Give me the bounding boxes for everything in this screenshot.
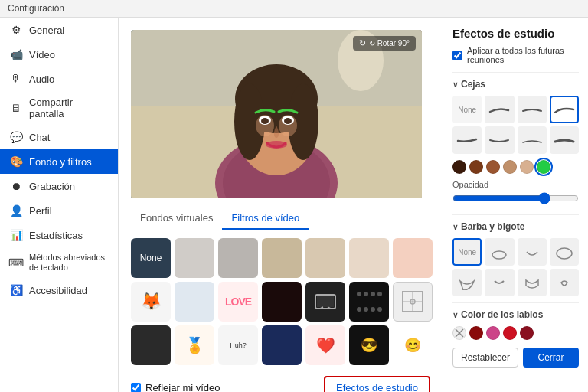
beard-option-7[interactable]	[550, 269, 579, 296]
sidebar-item-accessibility[interactable]: ♿ Accesibilidad	[0, 278, 118, 302]
close-button[interactable]: Cerrar	[523, 348, 579, 368]
reset-label: Restablecer	[461, 352, 510, 363]
tab-video-filters[interactable]: Filtros de vídeo	[222, 207, 309, 230]
lip-pink[interactable]	[486, 326, 500, 340]
section-label: Color de los labios	[461, 309, 543, 320]
filter-item[interactable]: 😊	[393, 325, 433, 365]
brow-option-6[interactable]	[518, 126, 547, 154]
mirror-checkbox[interactable]	[131, 383, 141, 392]
lips-section-header[interactable]: ∨ Color de los labios	[452, 309, 579, 320]
filter-item[interactable]: Huh?	[218, 325, 258, 365]
beard-option-3[interactable]	[550, 238, 579, 266]
color-green[interactable]	[537, 160, 550, 174]
brow-option-3[interactable]	[550, 96, 579, 123]
filter-item[interactable]	[349, 282, 389, 322]
chat-icon: 💬	[9, 130, 23, 144]
record-icon: ⏺	[9, 179, 23, 193]
reset-button[interactable]: Restablecer	[452, 348, 518, 368]
filters-grid: None 🦊 LOVE	[131, 238, 430, 365]
filter-item[interactable]	[262, 325, 302, 365]
bottom-bar: Reflejar mi vídeo Efectos de estudio	[131, 373, 430, 392]
beard-option-6[interactable]	[518, 269, 547, 296]
right-panel: Efectos de estudio Aplicar a todas las f…	[443, 18, 588, 392]
title-bar: Configuración	[0, 0, 588, 18]
filter-item[interactable]: 🦊	[131, 282, 171, 322]
svg-point-15	[284, 118, 292, 124]
filter-item[interactable]	[262, 238, 302, 278]
filter-item[interactable]	[393, 238, 433, 278]
sidebar-item-background[interactable]: 🎨 Fondo y filtros	[0, 149, 118, 174]
beard-option-4[interactable]	[452, 269, 482, 296]
lip-dark-red[interactable]	[469, 326, 483, 340]
filter-item[interactable]	[218, 238, 258, 278]
background-icon: 🎨	[9, 155, 23, 168]
eyebrow-options: None	[452, 96, 579, 154]
opacity-slider[interactable]	[452, 192, 579, 204]
filter-item[interactable]	[131, 325, 171, 365]
opacity-label: Opacidad	[452, 180, 579, 189]
brow-option-2[interactable]	[518, 96, 547, 123]
brow-option-7[interactable]	[550, 126, 579, 154]
sidebar-item-label: Chat	[29, 132, 50, 143]
keyboard-icon: ⌨	[9, 256, 23, 270]
sidebar-item-label: Compartir pantalla	[29, 96, 109, 119]
sidebar-item-chat[interactable]: 💬 Chat	[0, 125, 118, 149]
sidebar-item-general[interactable]: ⚙ General	[0, 18, 118, 42]
lip-red[interactable]	[503, 326, 517, 340]
divider	[452, 302, 579, 303]
beard-option-2[interactable]	[518, 238, 547, 266]
filter-item[interactable]	[175, 238, 214, 278]
filter-item[interactable]	[305, 238, 345, 278]
apply-all-checkbox[interactable]	[452, 51, 462, 60]
main-content: ↻ ↻ Rotar 90° Fondos virtuales Filtros d…	[119, 18, 443, 392]
sidebar-item-profile[interactable]: 👤 Perfil	[0, 198, 118, 223]
color-dark-brown[interactable]	[452, 160, 466, 174]
sidebar-item-label: Métodos abreviados de teclado	[29, 253, 109, 273]
beard-none[interactable]: None	[452, 238, 482, 266]
tab-virtual-backgrounds[interactable]: Fondos virtuales	[131, 207, 222, 230]
filter-none[interactable]: None	[131, 238, 171, 278]
filter-item[interactable]: 😎	[349, 325, 389, 365]
video-icon: 📹	[9, 47, 23, 61]
main-layout: ⚙ General 📹 Vídeo 🎙 Audio 🖥 Compartir pa…	[0, 18, 588, 392]
color-medium-brown[interactable]	[486, 160, 500, 174]
filter-item[interactable]	[305, 282, 345, 322]
lip-none[interactable]	[452, 326, 466, 340]
panel-bottom: Restablecer Cerrar	[452, 348, 579, 368]
divider	[452, 72, 579, 73]
brow-option-1[interactable]	[485, 96, 514, 123]
sidebar-item-recording[interactable]: ⏺ Grabación	[0, 174, 118, 198]
beard-section-header[interactable]: ∨ Barba y bigote	[452, 221, 579, 232]
stats-icon: 📊	[9, 228, 23, 242]
color-tan[interactable]	[503, 160, 517, 174]
filter-item[interactable]: LOVE	[218, 282, 258, 322]
sidebar-item-screenshare[interactable]: 🖥 Compartir pantalla	[0, 91, 118, 125]
audio-icon: 🎙	[9, 72, 23, 86]
sidebar-item-label: Grabación	[29, 181, 75, 192]
lip-deep-red[interactable]	[520, 326, 534, 340]
filter-item[interactable]	[349, 238, 389, 278]
brow-option-5[interactable]	[485, 126, 514, 154]
beard-option-1[interactable]	[485, 238, 514, 266]
filter-item[interactable]	[393, 282, 433, 322]
sidebar-item-stats[interactable]: 📊 Estadísticas	[0, 223, 118, 247]
sidebar-item-shortcuts[interactable]: ⌨ Métodos abreviados de teclado	[0, 247, 118, 278]
filter-item[interactable]: 🏅	[175, 325, 214, 365]
brow-none[interactable]: None	[452, 96, 482, 123]
color-light-tan[interactable]	[520, 160, 534, 174]
mirror-checkbox-label[interactable]: Reflejar mi vídeo	[131, 382, 220, 392]
chevron-down-icon: ∨	[452, 311, 458, 319]
sidebar-item-video[interactable]: 📹 Vídeo	[0, 42, 118, 67]
eyebrows-section-header[interactable]: ∨ Cejas	[452, 79, 579, 90]
color-brown[interactable]	[469, 160, 483, 174]
brow-option-4[interactable]	[452, 126, 482, 154]
filter-item[interactable]	[175, 282, 214, 322]
studio-effects-button[interactable]: Efectos de estudio	[324, 376, 430, 392]
lip-section	[452, 326, 579, 340]
sidebar-item-audio[interactable]: 🎙 Audio	[0, 67, 118, 91]
rotate-button[interactable]: ↻ ↻ Rotar 90°	[353, 36, 416, 51]
filter-item[interactable]: ❤️	[305, 325, 345, 365]
beard-option-5[interactable]	[485, 269, 514, 296]
studio-effects-label: Efectos de estudio	[336, 382, 418, 392]
filter-item[interactable]	[262, 282, 302, 322]
